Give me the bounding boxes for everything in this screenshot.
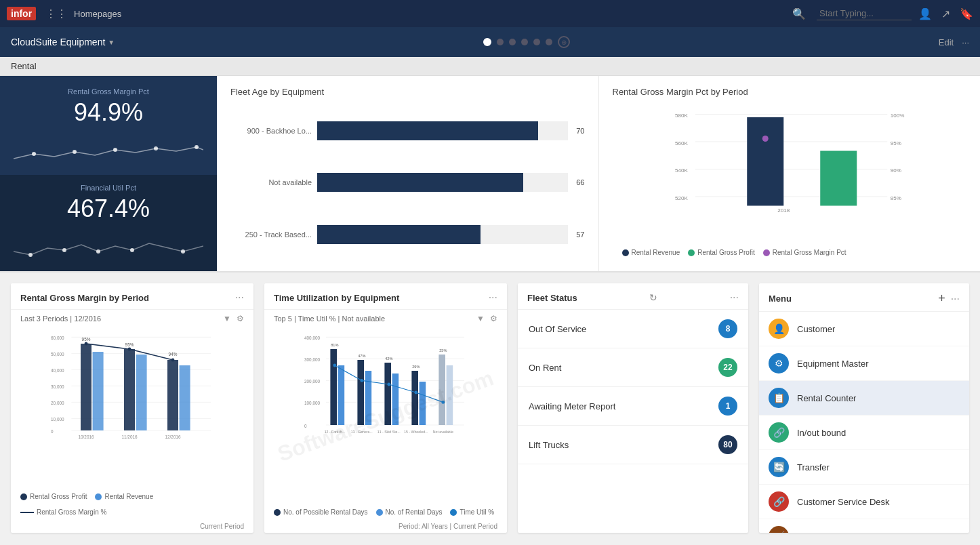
- rental-gross-margin-card: Rental Gross Margin by Period ··· Last 3…: [11, 283, 253, 533]
- legend-possible-days: No. of Possible Rental Days: [274, 508, 368, 516]
- kpi-rental-value: 94.9%: [14, 98, 203, 127]
- inout-bound-icon: 🔗: [769, 422, 789, 443]
- menu-item-transfer[interactable]: 🔄 Transfer: [759, 450, 969, 485]
- svg-text:90%: 90%: [890, 167, 901, 174]
- time-chart-container: SoftwareSuggest.com 400,000 300,000 200,…: [264, 327, 507, 504]
- search-input[interactable]: [817, 7, 912, 20]
- bar-fill-2: [317, 173, 523, 192]
- svg-text:30,000: 30,000: [51, 384, 64, 389]
- fleet-item-out-of-service[interactable]: Out Of Service 8: [518, 310, 748, 348]
- time-settings-icon[interactable]: ⚙: [490, 314, 497, 323]
- bar-num-2: 66: [576, 178, 584, 186]
- bottom-section: Rental Gross Margin by Period ··· Last 3…: [0, 272, 980, 544]
- bar-fill-3: [317, 225, 481, 244]
- svg-rect-40: [81, 344, 91, 430]
- page-dot-6[interactable]: [546, 39, 552, 45]
- rental-legend: Rental Gross Profit Rental Revenue Renta…: [11, 489, 253, 520]
- settings-icon[interactable]: ⚙: [237, 314, 244, 323]
- fleet-refresh-icon[interactable]: ↻: [649, 292, 657, 303]
- svg-rect-43: [124, 349, 135, 430]
- fleet-card-menu[interactable]: ···: [730, 291, 739, 304]
- svg-text:10,000: 10,000: [51, 417, 64, 422]
- svg-text:560K: 560K: [675, 140, 688, 146]
- svg-rect-65: [330, 349, 337, 425]
- page-dot-1[interactable]: [483, 38, 491, 46]
- filter-icon[interactable]: ▼: [223, 314, 231, 323]
- time-utilization-card: Time Utilization by Equipment ··· Top 5 …: [264, 283, 507, 533]
- menu-item-mco-quick-entry[interactable]: 🛒 MCO Quick Entry: [759, 519, 969, 533]
- customer-icon: 👤: [769, 319, 789, 339]
- svg-point-8: [130, 248, 134, 252]
- gross-margin-chart-area: 580K 560K 540K 520K 100% 95% 90% 85%: [613, 105, 967, 245]
- fleet-label-out-of-service: Out Of Service: [529, 324, 586, 334]
- fleet-card-title: Fleet Status: [527, 293, 577, 303]
- fleet-item-awaiting-meter[interactable]: Awaiting Meter Report 1: [518, 387, 748, 426]
- app-title[interactable]: CloudSuite Equipment ▼: [11, 37, 115, 47]
- menu-label-customer: Customer: [797, 324, 835, 334]
- dropdown-arrow: ▼: [108, 39, 115, 46]
- time-card-subheader: Top 5 | Time Util % | Not available ▼ ⚙: [264, 310, 507, 327]
- bookmark-icon[interactable]: 🔖: [960, 7, 973, 20]
- legend-rr: Rental Revenue: [95, 493, 153, 500]
- page-dot-2[interactable]: [497, 39, 504, 45]
- search-icon[interactable]: 🔍: [792, 7, 806, 20]
- menu-item-customer-service-desk[interactable]: 🔗 Customer Service Desk: [759, 485, 969, 519]
- time-filter-icon[interactable]: ▼: [476, 314, 485, 323]
- time-card-menu[interactable]: ···: [489, 291, 497, 304]
- bar-track-2: [317, 173, 568, 192]
- kpi-sparkline-2: [14, 231, 203, 265]
- kpi-rental-gross-margin: Rental Gross Margin Pct 94.9%: [0, 76, 217, 175]
- fleet-label-on-rent: On Rent: [529, 363, 561, 373]
- time-card-title: Time Utilization by Equipment: [274, 293, 399, 303]
- user-icon[interactable]: 👤: [918, 7, 932, 20]
- menu-label-transfer: Transfer: [797, 462, 830, 472]
- section-header: Rental: [0, 57, 980, 76]
- svg-text:10/2016: 10/2016: [78, 435, 94, 439]
- svg-rect-70: [365, 371, 372, 425]
- svg-rect-69: [357, 360, 364, 425]
- share-icon[interactable]: ↗: [941, 7, 950, 20]
- menu-add-icon[interactable]: +: [938, 291, 945, 306]
- rental-chart-container: 60,000 50,000 40,000 30,000 20,000 10,00…: [11, 327, 253, 489]
- menu-item-equipment-master[interactable]: ⚙ Equipment Master: [759, 346, 969, 381]
- fleet-badge-out-of-service: 8: [718, 319, 737, 338]
- homepages-link[interactable]: Homepages: [74, 9, 121, 19]
- equipment-master-icon: ⚙: [769, 353, 789, 374]
- svg-text:25%: 25%: [439, 348, 447, 352]
- kpi-financial-label: Financial Util Pct: [14, 184, 203, 192]
- time-chart-svg: 400,000 300,000 200,000 100,000 0 81%: [274, 333, 497, 441]
- more-icon[interactable]: ···: [962, 37, 969, 47]
- page-dot-add[interactable]: ⊕: [558, 36, 570, 48]
- time-card-header: Time Utilization by Equipment ···: [264, 283, 507, 310]
- svg-text:520K: 520K: [675, 195, 688, 201]
- transfer-icon: 🔄: [769, 457, 789, 477]
- bar-fill-1: [317, 121, 538, 140]
- menu-item-inout-bound[interactable]: 🔗 In/out bound: [759, 416, 969, 450]
- grid-icon[interactable]: ⋮⋮: [45, 7, 67, 20]
- menu-item-customer[interactable]: 👤 Customer: [759, 312, 969, 346]
- nav-icons: 👤 ↗ 🔖: [918, 7, 973, 20]
- menu-card-menu[interactable]: ···: [951, 293, 960, 305]
- svg-text:15 - Wheeled...: 15 - Wheeled...: [404, 430, 428, 434]
- page-dot-5[interactable]: [533, 39, 540, 45]
- svg-text:400,000: 400,000: [304, 336, 321, 340]
- menu-label-rental-counter: Rental Counter: [797, 393, 856, 403]
- gross-margin-svg: 580K 560K 540K 520K 100% 95% 90% 85%: [613, 105, 967, 227]
- menu-item-rental-counter[interactable]: 📋 Rental Counter: [759, 381, 969, 416]
- svg-text:81%: 81%: [331, 343, 338, 347]
- page-dot-3[interactable]: [509, 39, 516, 45]
- bar-track-3: [317, 225, 568, 244]
- page-dot-4[interactable]: [521, 39, 528, 45]
- legend-rental-days: No. of Rental Days: [376, 508, 443, 516]
- svg-text:200,000: 200,000: [304, 379, 321, 384]
- svg-text:13 - Genera...: 13 - Genera...: [351, 430, 373, 434]
- rental-chart-svg: 60,000 50,000 40,000 30,000 20,000 10,00…: [20, 333, 244, 441]
- rental-card-menu[interactable]: ···: [235, 291, 244, 304]
- svg-text:85%: 85%: [890, 195, 901, 201]
- fleet-item-lift-trucks[interactable]: Lift Trucks 80: [518, 426, 748, 464]
- legend-rental-revenue: Rental Revenue: [622, 249, 680, 256]
- bar-row-2: Not available 66: [230, 173, 585, 192]
- svg-point-51: [171, 359, 175, 362]
- edit-button[interactable]: Edit: [939, 37, 954, 47]
- fleet-item-on-rent[interactable]: On Rent 22: [518, 348, 748, 387]
